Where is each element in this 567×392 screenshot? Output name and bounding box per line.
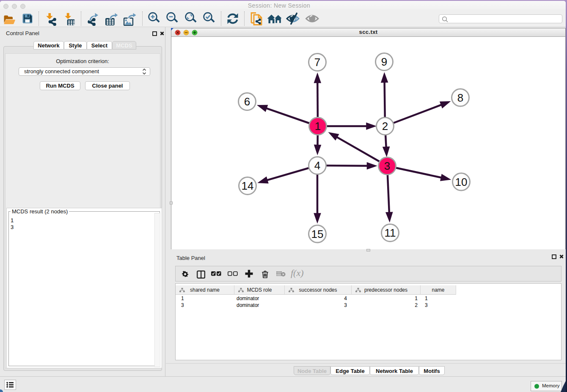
svg-text:8: 8 <box>457 91 463 104</box>
svg-text:10: 10 <box>455 176 468 188</box>
svg-text:4: 4 <box>314 159 320 172</box>
svg-text:14: 14 <box>242 179 254 192</box>
svg-text:3: 3 <box>384 160 390 172</box>
svg-text:7: 7 <box>314 56 320 69</box>
svg-text:2: 2 <box>382 120 388 133</box>
svg-text:6: 6 <box>244 95 250 108</box>
svg-text:1: 1 <box>315 120 321 133</box>
svg-text:9: 9 <box>381 55 387 68</box>
svg-text:11: 11 <box>385 226 396 239</box>
svg-text:15: 15 <box>311 228 324 240</box>
